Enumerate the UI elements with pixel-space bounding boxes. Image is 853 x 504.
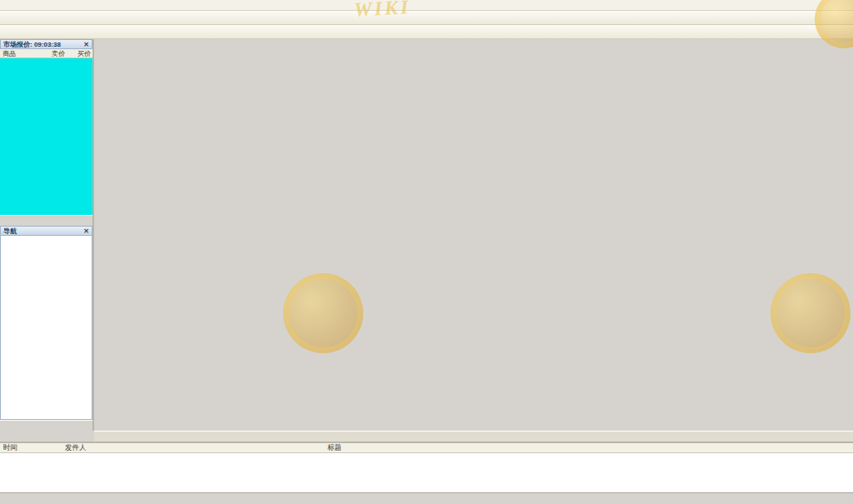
terminal-tab-bar: [0, 492, 853, 504]
navigator-tabs: [0, 420, 92, 431]
close-icon[interactable]: ✕: [83, 227, 89, 235]
market-watch-titlebar: 市场报价: 09:03:38 ✕: [0, 39, 92, 49]
column-subject: 标题: [327, 443, 853, 453]
terminal-panel: 时间 发件人 标题: [0, 442, 853, 492]
column-time: 时间: [0, 443, 65, 453]
chart-tab-bar: [94, 431, 853, 442]
market-watch-title: 市场报价: 09:03:38: [3, 40, 61, 49]
left-panel: 市场报价: 09:03:38 ✕ 商品 卖价 买价 导航 ✕: [0, 39, 94, 431]
line-studies-toolbar: [0, 25, 853, 39]
mt4-application: 市场报价: 09:03:38 ✕ 商品 卖价 买价 导航 ✕ 时间 发件人 标题…: [0, 0, 853, 504]
close-icon[interactable]: ✕: [83, 41, 89, 48]
navigator-title: 导航: [3, 227, 17, 236]
column-from: 发件人: [65, 443, 327, 453]
market-watch-header: 商品 卖价 买价: [0, 49, 92, 58]
market-watch-tabs: [0, 215, 92, 226]
standard-toolbar: [0, 11, 853, 25]
menu-bar: [0, 0, 853, 11]
navigator-tree: [0, 236, 92, 420]
market-watch-list: [0, 58, 92, 215]
terminal-header: 时间 发件人 标题: [0, 443, 853, 453]
column-ask: 买价: [65, 49, 92, 58]
column-bid: 卖价: [36, 49, 65, 58]
column-symbol: 商品: [0, 49, 36, 58]
navigator-titlebar: 导航 ✕: [0, 226, 92, 236]
watermark-coin: [771, 273, 851, 353]
watermark-coin: [283, 273, 363, 353]
